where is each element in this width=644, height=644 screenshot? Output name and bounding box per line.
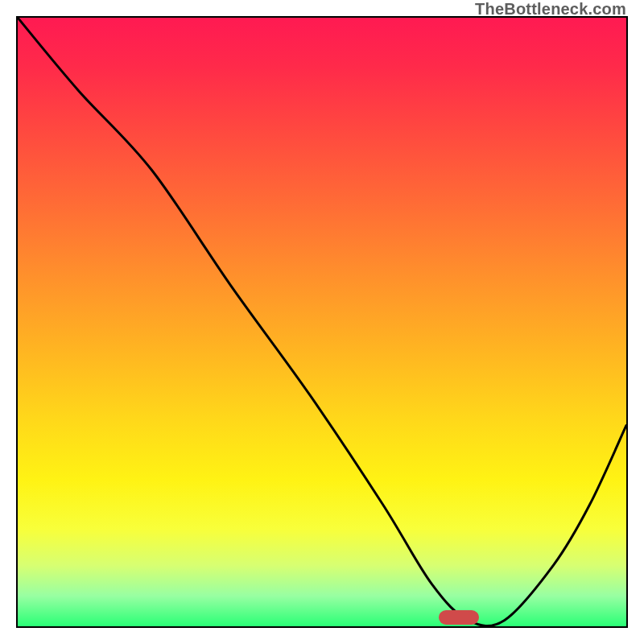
chart-container: TheBottleneck.com	[0, 0, 644, 644]
plot-area	[16, 16, 628, 628]
optimal-marker	[439, 610, 479, 625]
gradient-background	[18, 18, 626, 626]
